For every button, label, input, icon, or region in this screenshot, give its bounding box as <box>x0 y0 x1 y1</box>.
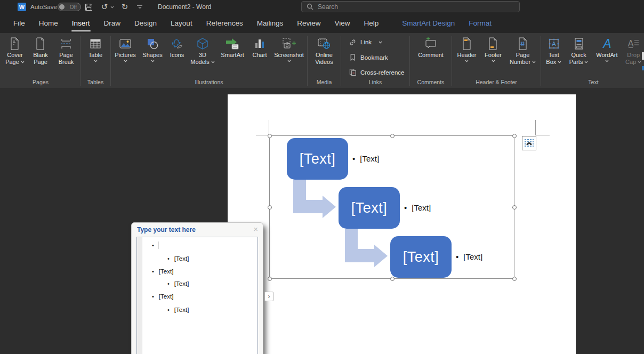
group-header-footer: Header Footer Page Number Header & Foote… <box>452 33 541 88</box>
smartart-node-1[interactable]: [Text] <box>287 138 348 180</box>
close-icon[interactable]: × <box>253 224 258 234</box>
chart-button[interactable]: Chart <box>248 36 271 59</box>
tab-smartart-design[interactable]: SmartArt Design <box>395 14 462 33</box>
cover-page-button[interactable]: Cover Page <box>3 36 27 66</box>
quick-parts-icon <box>572 36 586 52</box>
tab-format[interactable]: Format <box>462 14 498 33</box>
group-pages: Cover Page Blank Page Page Break Pages <box>1 33 80 88</box>
group-links: Link Bookmark Cross-reference Links <box>341 33 409 88</box>
header-button[interactable]: Header <box>455 36 479 63</box>
smartart-node-3-bullet[interactable]: •[Text] <box>456 252 482 261</box>
autosave-toggle[interactable]: Off <box>58 3 81 11</box>
save-icon[interactable] <box>83 2 94 12</box>
bookmark-button[interactable]: Bookmark <box>349 52 388 63</box>
dropdown-chevron-icon <box>532 61 536 63</box>
smartart-node-3[interactable]: [Text] <box>390 236 452 278</box>
dropdown-chevron-icon <box>558 61 561 63</box>
tab-draw[interactable]: Draw <box>97 14 128 33</box>
tab-insert[interactable]: Insert <box>65 14 97 33</box>
table-icon <box>88 36 102 52</box>
group-illustrations: Pictures Shapes Icons 3D Models SmartArt <box>111 33 307 88</box>
icons-icon <box>170 36 184 52</box>
wordart-button[interactable]: A WordArt <box>592 36 621 63</box>
pictures-button[interactable]: Pictures <box>112 36 139 63</box>
screenshot-icon <box>281 36 296 52</box>
smartart-node-2-bullet[interactable]: •[Text] <box>404 203 431 212</box>
resize-handle[interactable] <box>512 277 517 281</box>
resize-handle[interactable] <box>390 134 395 138</box>
tab-file[interactable]: File <box>6 14 32 33</box>
tab-help[interactable]: Help <box>357 14 386 33</box>
link-button[interactable]: Link <box>349 37 382 47</box>
text-pane-list[interactable]: • •[Text] •[Text] •[Text] •[Text] •[Text… <box>136 237 258 354</box>
dropdown-chevron-icon <box>465 60 469 62</box>
tab-mailings[interactable]: Mailings <box>250 14 291 33</box>
group-label-header-footer: Header & Footer <box>452 79 541 88</box>
resize-handle[interactable] <box>268 277 272 281</box>
blank-page-button[interactable]: Blank Page <box>29 36 52 66</box>
dropdown-chevron-icon <box>151 60 155 62</box>
page-number-icon <box>517 36 529 52</box>
tab-view[interactable]: View <box>327 14 357 33</box>
text-pane-item-3[interactable]: •[Text] <box>152 267 173 276</box>
cross-reference-button[interactable]: Cross-reference <box>349 67 404 78</box>
smartart-node-2[interactable]: [Text] <box>339 187 400 229</box>
screenshot-button[interactable]: Screenshot <box>272 36 306 63</box>
smartart-text-pane[interactable]: Type your text here × • •[Text] •[Text] … <box>131 222 263 354</box>
resize-handle[interactable] <box>390 277 395 281</box>
dropdown-chevron-icon <box>94 60 98 62</box>
text-pane-item-2[interactable]: •[Text] <box>167 254 189 263</box>
shapes-button[interactable]: Shapes <box>140 36 165 63</box>
resize-handle[interactable] <box>512 134 517 138</box>
document-area[interactable]: [Text] [Text] [Text] •[Text] •[Text] •[T… <box>0 89 644 354</box>
bookmark-icon <box>349 53 357 61</box>
layout-options-button[interactable] <box>522 136 536 150</box>
comment-icon <box>424 36 438 52</box>
search-input[interactable] <box>318 3 499 11</box>
comment-button[interactable]: Comment <box>414 36 448 59</box>
group-label-pages: Pages <box>1 79 80 88</box>
resize-handle[interactable] <box>512 205 517 210</box>
quick-parts-button[interactable]: Quick Parts <box>567 36 591 66</box>
smartart-node-1-bullet[interactable]: •[Text] <box>352 154 379 163</box>
resize-handle[interactable] <box>268 205 272 210</box>
tab-layout[interactable]: Layout <box>164 14 199 33</box>
group-text: A Text Box Quick Parts A WordArt A Drop … <box>541 33 644 88</box>
text-pane-item-6[interactable]: •[Text] <box>167 305 189 314</box>
tab-review[interactable]: Review <box>290 14 327 33</box>
text-pane-item-5[interactable]: •[Text] <box>152 292 173 301</box>
undo-icon[interactable]: ↺ <box>99 2 110 12</box>
layout-options-icon <box>524 138 534 148</box>
tab-references[interactable]: References <box>199 14 250 33</box>
text-pane-title: Type your text here <box>137 226 196 234</box>
redo-icon[interactable]: ↻ <box>119 2 130 12</box>
table-button[interactable]: Table <box>83 36 108 63</box>
online-videos-button[interactable]: Online Videos <box>310 36 339 66</box>
page-break-button[interactable]: Page Break <box>54 36 78 66</box>
customize-toolbar-icon[interactable] <box>134 2 145 12</box>
smartart-icon <box>225 36 240 52</box>
search-box[interactable] <box>301 1 520 12</box>
document-page[interactable]: [Text] [Text] [Text] •[Text] •[Text] •[T… <box>228 94 576 354</box>
page-number-button[interactable]: Page Number <box>508 36 538 66</box>
dropdown-chevron-icon <box>379 41 382 44</box>
group-tables: Table Tables <box>80 33 110 88</box>
text-box-button[interactable]: A Text Box <box>543 36 565 66</box>
autosave-label: AutoSave <box>30 4 57 10</box>
chart-icon <box>253 36 267 52</box>
text-pane-item-4[interactable]: •[Text] <box>167 279 189 288</box>
text-box-icon: A <box>547 36 561 52</box>
smartart-button[interactable]: SmartArt <box>218 36 247 59</box>
3d-models-button[interactable]: 3D Models <box>189 36 216 66</box>
resize-handle[interactable] <box>268 134 272 138</box>
wordart-icon: A <box>600 36 614 52</box>
icons-button[interactable]: Icons <box>166 36 188 59</box>
undo-dropdown-chevron-icon[interactable] <box>109 2 115 12</box>
text-pane-toggle-button[interactable]: › <box>264 292 273 301</box>
footer-button[interactable]: Footer <box>481 36 505 63</box>
cutoff-icon-fragment <box>642 66 644 70</box>
tab-design[interactable]: Design <box>127 14 164 33</box>
dropdown-chevron-icon <box>287 60 291 62</box>
tab-home[interactable]: Home <box>32 14 65 33</box>
pictures-icon <box>118 36 132 52</box>
